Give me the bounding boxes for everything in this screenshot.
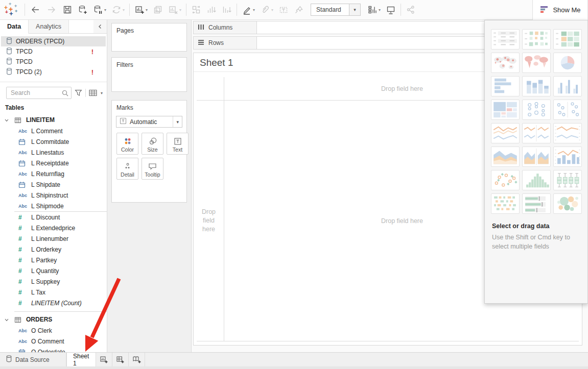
field-item[interactable]: AbcL Returnflag — [0, 168, 107, 179]
field-item[interactable]: #L Tax — [0, 287, 107, 298]
tab-data-source[interactable]: Data Source — [0, 353, 66, 366]
fit-mode-select[interactable]: Standard▾ — [311, 4, 361, 16]
showme-side-by-side-bars-thumbnail[interactable] — [553, 76, 582, 96]
showme-dual-lines-thumbnail[interactable] — [553, 123, 582, 143]
field-item[interactable]: #L Orderkey — [0, 244, 107, 255]
field-item[interactable]: AbcL Shipinstruct — [0, 190, 107, 201]
showme-area-continuous-thumbnail[interactable] — [491, 146, 520, 167]
save-button[interactable] — [60, 2, 75, 17]
attach-button[interactable]: ▾ — [257, 2, 276, 17]
pin-button[interactable] — [291, 2, 307, 17]
showme-area-discrete-thumbnail[interactable] — [522, 146, 551, 167]
filters-shelf[interactable]: Filters — [111, 57, 187, 92]
showme-scatter-thumbnail[interactable] — [491, 170, 520, 190]
tables-label: Tables — [5, 104, 107, 112]
field-item[interactable]: #L Linenumber — [0, 233, 107, 244]
pause-auto-updates-button[interactable]: ▾ — [90, 2, 109, 17]
showme-packed-bubbles-thumbnail[interactable] — [553, 193, 582, 214]
new-worksheet-tab-button[interactable] — [96, 353, 112, 366]
field-item[interactable]: L Commitdate — [0, 136, 107, 147]
clear-sheet-button[interactable]: ▾ — [166, 2, 184, 17]
sort-ascending-button[interactable] — [204, 2, 219, 17]
marks-text-button[interactable]: Text — [167, 133, 189, 155]
showme-text-table-thumbnail[interactable] — [491, 29, 520, 50]
datasource-item[interactable]: TPCD! — [1, 46, 106, 57]
marks-tooltip-button[interactable]: Tooltip — [142, 158, 163, 180]
filter-icon[interactable] — [75, 89, 82, 96]
datasource-item[interactable]: ORDERS (TPCD) — [1, 36, 106, 46]
mark-type-dropdown[interactable]: Automatic ▾ — [116, 116, 182, 128]
datasource-item[interactable]: TPCD — [1, 57, 106, 67]
search-input[interactable] — [6, 87, 72, 99]
field-item[interactable]: #LINEITEM (Count) — [0, 298, 107, 308]
field-item[interactable]: #L Partkey — [0, 255, 107, 265]
field-item[interactable]: AbcO Comment — [0, 336, 107, 347]
showme-lines-continuous-thumbnail[interactable] — [491, 123, 520, 143]
pages-shelf[interactable]: Pages — [111, 23, 187, 52]
showme-histogram-thumbnail[interactable] — [522, 170, 551, 190]
refresh-button[interactable]: ▾ — [109, 2, 127, 17]
number-field-icon: # — [18, 246, 27, 253]
field-name: L Linestatus — [31, 149, 64, 156]
table-header-orders[interactable]: ORDERS — [0, 314, 107, 325]
new-datasource-button[interactable] — [75, 2, 90, 17]
showme-filled-map-thumbnail[interactable] — [522, 53, 551, 73]
tableau-logo[interactable]: + + + + + + + — [0, 0, 22, 19]
field-item[interactable]: #L Extendedprice — [0, 223, 107, 233]
tab-analytics[interactable]: Analytics — [29, 20, 69, 33]
marks-detail-button[interactable]: Detail — [116, 158, 138, 180]
showme-highlight-table-thumbnail[interactable] — [553, 29, 582, 50]
collapse-pane-button[interactable] — [93, 20, 107, 33]
undo-button[interactable] — [27, 2, 43, 17]
chevron-down-icon[interactable] — [4, 118, 11, 122]
showme-bullet-thumbnail[interactable] — [522, 193, 551, 214]
chevron-down-icon[interactable] — [4, 317, 11, 322]
table-header-lineitem[interactable]: LINEITEM — [0, 114, 107, 126]
annotation-button[interactable] — [276, 2, 291, 17]
highlight-button[interactable]: ▾ — [239, 2, 257, 17]
showme-horizontal-bars-thumbnail[interactable] — [491, 76, 520, 96]
showme-box-whisker-thumbnail[interactable] — [553, 170, 582, 190]
field-item[interactable]: L Shipdate — [0, 179, 107, 190]
tab-sheet-1[interactable]: Sheet 1 — [66, 353, 96, 366]
showme-lines-discrete-thumbnail[interactable] — [522, 123, 551, 143]
presentation-mode-button[interactable] — [383, 2, 398, 17]
new-story-button[interactable] — [129, 353, 145, 366]
showme-symbol-map-thumbnail[interactable] — [491, 53, 520, 73]
show-mark-labels-button[interactable]: ▾ — [365, 2, 383, 17]
field-item[interactable]: AbcL Comment — [0, 126, 107, 136]
showme-treemap-thumbnail[interactable] — [491, 100, 520, 120]
field-name: L Shipinstruct — [31, 192, 68, 199]
swap-rows-columns-button[interactable] — [189, 2, 204, 17]
showme-circle-views-thumbnail[interactable] — [522, 100, 551, 120]
showme-gantt-thumbnail[interactable] — [491, 193, 520, 214]
field-item[interactable]: AbcL Shipmode — [0, 201, 107, 211]
showme-heat-map-thumbnail[interactable] — [522, 29, 551, 50]
share-button[interactable] — [403, 2, 418, 17]
marks-color-button[interactable]: Color — [116, 133, 138, 155]
marks-size-button[interactable]: Size — [142, 133, 163, 155]
drop-rows-area[interactable]: Drop field here — [194, 101, 224, 341]
field-item[interactable]: L Receiptdate — [0, 158, 107, 168]
duplicate-button[interactable] — [150, 2, 166, 17]
datasource-item[interactable]: TPCD (2)! — [1, 67, 106, 77]
chevron-down-icon: ▾ — [179, 8, 181, 12]
field-item[interactable]: AbcO Clerk — [0, 325, 107, 336]
new-dashboard-button[interactable] — [112, 353, 129, 366]
field-item[interactable]: #L Quantity — [0, 265, 107, 276]
tab-data[interactable]: Data — [0, 20, 29, 34]
new-worksheet-button[interactable]: ▾ — [132, 2, 150, 17]
field-item[interactable]: #L Discount — [0, 212, 107, 223]
sort-descending-button[interactable] — [219, 2, 234, 17]
field-item[interactable]: O Orderdate — [0, 347, 107, 352]
field-item[interactable]: AbcL Linestatus — [0, 147, 107, 158]
showme-pie-chart-thumbnail[interactable] — [553, 53, 582, 73]
field-item[interactable]: #L Suppkey — [0, 276, 107, 287]
show-me-button[interactable]: Show Me — [532, 0, 588, 20]
showme-side-by-side-circles-thumbnail[interactable] — [553, 100, 582, 120]
showme-dual-combination-thumbnail[interactable] — [553, 146, 582, 167]
view-options-icon[interactable] — [89, 89, 98, 96]
showme-stacked-bars-thumbnail[interactable] — [522, 76, 551, 96]
redo-button[interactable] — [43, 2, 60, 17]
view-options-caret-icon[interactable]: ▾ — [101, 91, 103, 95]
